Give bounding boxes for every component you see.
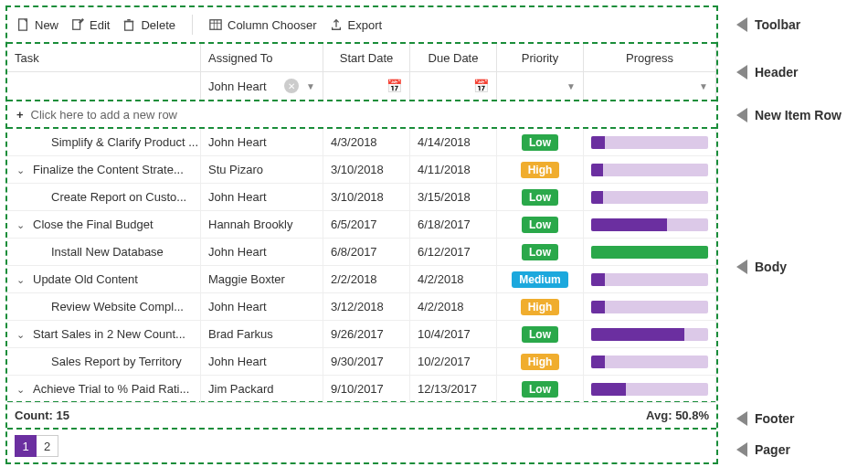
col-header-progress[interactable]: Progress bbox=[584, 44, 716, 71]
progress-bar bbox=[591, 164, 708, 176]
table-row[interactable]: ⌄Achieve Trial to % Paid Rati...Jim Pack… bbox=[7, 376, 716, 403]
cell-priority: Medium bbox=[497, 266, 584, 292]
expander-icon[interactable]: ⌄ bbox=[16, 273, 25, 285]
table-row[interactable]: Create Report on Custo...John Heart3/10/… bbox=[7, 184, 716, 211]
new-button[interactable]: New bbox=[16, 18, 58, 32]
label-header: Header bbox=[736, 44, 855, 101]
cell-due: 4/11/2018 bbox=[410, 156, 497, 183]
expander-icon[interactable]: ⌄ bbox=[16, 164, 25, 175]
cell-task: Simplify & Clarify Product ... bbox=[7, 129, 201, 155]
col-header-assigned[interactable]: Assigned To bbox=[201, 44, 323, 71]
task-text: Install New Database bbox=[51, 245, 164, 259]
table-row[interactable]: ⌄Update Old ContentMaggie Boxter2/2/2018… bbox=[7, 266, 716, 293]
delete-button[interactable]: Delete bbox=[122, 18, 175, 32]
page-button[interactable]: 1 bbox=[15, 435, 37, 457]
filter-task-input[interactable] bbox=[15, 80, 193, 93]
progress-bar bbox=[591, 383, 708, 396]
cell-task: Sales Report by Territory bbox=[7, 348, 201, 375]
expander-icon[interactable]: ⌄ bbox=[16, 218, 25, 230]
filter-start[interactable]: 📅 bbox=[323, 72, 410, 100]
cell-assigned: Jim Packard bbox=[201, 376, 323, 402]
cell-priority: Low bbox=[497, 211, 584, 238]
progress-fill bbox=[591, 328, 684, 341]
progress-fill bbox=[591, 246, 708, 259]
cell-task: Install New Database bbox=[7, 239, 201, 265]
calendar-icon[interactable]: 📅 bbox=[386, 79, 402, 93]
new-item-row[interactable]: + Click here to add a new row bbox=[7, 101, 716, 129]
cell-assigned: John Heart bbox=[201, 348, 323, 375]
export-icon bbox=[330, 18, 343, 31]
cell-priority: Low bbox=[497, 129, 584, 155]
table-row[interactable]: ⌄Finalize the Content Strate...Stu Pizar… bbox=[7, 156, 716, 184]
task-text: Close the Final Budget bbox=[33, 218, 153, 231]
toolbar-separator bbox=[192, 15, 193, 35]
svg-rect-3 bbox=[210, 20, 221, 30]
progress-bar bbox=[591, 218, 708, 231]
chevron-down-icon[interactable]: ▼ bbox=[306, 81, 315, 91]
cell-progress bbox=[584, 266, 716, 292]
clear-filter-icon[interactable]: ✕ bbox=[284, 79, 299, 93]
priority-badge: Low bbox=[522, 189, 558, 206]
cell-assigned: John Heart bbox=[201, 239, 323, 265]
priority-badge: High bbox=[521, 162, 560, 178]
cell-progress bbox=[584, 156, 716, 183]
col-header-task[interactable]: Task bbox=[7, 44, 201, 71]
table-row[interactable]: Simplify & Clarify Product ...John Heart… bbox=[7, 129, 716, 156]
label-toolbar: Toolbar bbox=[736, 5, 855, 44]
progress-fill bbox=[591, 164, 603, 176]
progress-fill bbox=[591, 191, 603, 204]
filter-due[interactable]: 📅 bbox=[410, 72, 497, 100]
edit-label: Edit bbox=[90, 18, 110, 32]
export-button[interactable]: Export bbox=[330, 18, 383, 32]
cell-task: Review Website Compl... bbox=[7, 293, 201, 320]
chevron-down-icon[interactable]: ▼ bbox=[699, 81, 708, 91]
table-row[interactable]: ⌄Start Sales in 2 New Count...Brad Farku… bbox=[7, 321, 716, 348]
table-row[interactable]: Review Website Compl...John Heart3/12/20… bbox=[7, 293, 716, 321]
table-row[interactable]: Sales Report by TerritoryJohn Heart9/30/… bbox=[7, 348, 716, 376]
task-text: Update Old Content bbox=[33, 272, 138, 286]
cell-progress bbox=[584, 348, 716, 375]
task-text: Achieve Trial to % Paid Rati... bbox=[33, 382, 189, 396]
cell-assigned: Hannah Brookly bbox=[201, 211, 323, 238]
page-button[interactable]: 2 bbox=[37, 435, 58, 457]
cell-priority: Low bbox=[497, 239, 584, 265]
cell-task: ⌄Achieve Trial to % Paid Rati... bbox=[7, 376, 201, 402]
col-header-due[interactable]: Due Date bbox=[410, 44, 497, 71]
priority-badge: Low bbox=[522, 381, 558, 398]
chevron-down-icon[interactable]: ▼ bbox=[566, 81, 576, 91]
progress-bar bbox=[591, 191, 708, 204]
filter-progress[interactable]: ▼ bbox=[584, 72, 716, 100]
calendar-icon[interactable]: 📅 bbox=[473, 79, 489, 93]
col-header-start[interactable]: Start Date bbox=[323, 44, 410, 71]
table-row[interactable]: Install New DatabaseJohn Heart6/8/20176/… bbox=[7, 239, 716, 266]
cell-progress bbox=[584, 239, 716, 265]
export-label: Export bbox=[348, 18, 383, 32]
column-chooser-label: Column Chooser bbox=[228, 18, 317, 32]
tree-list-grid: New Edit Delete Column Chooser Export bbox=[5, 5, 718, 464]
progress-fill bbox=[591, 136, 605, 149]
column-chooser-button[interactable]: Column Chooser bbox=[209, 18, 317, 32]
expander-icon[interactable]: ⌄ bbox=[16, 328, 25, 340]
cell-start: 9/26/2017 bbox=[323, 321, 410, 347]
task-text: Sales Report by Territory bbox=[51, 355, 182, 368]
col-header-priority[interactable]: Priority bbox=[497, 44, 584, 71]
cell-priority: Low bbox=[497, 321, 584, 347]
filter-assigned[interactable]: John Heart ✕ ▼ bbox=[201, 72, 323, 100]
progress-fill bbox=[591, 301, 605, 313]
label-newrow: New Item Row bbox=[736, 101, 855, 130]
edit-button[interactable]: Edit bbox=[71, 18, 110, 32]
cell-progress bbox=[584, 184, 716, 210]
table-row[interactable]: ⌄Close the Final BudgetHannah Brookly6/5… bbox=[7, 211, 716, 239]
cell-start: 9/10/2017 bbox=[323, 376, 410, 402]
column-chooser-icon bbox=[209, 18, 222, 31]
filter-priority[interactable]: ▼ bbox=[497, 72, 584, 100]
cell-due: 6/18/2017 bbox=[410, 211, 497, 238]
column-header-row: Task Assigned To Start Date Due Date Pri… bbox=[7, 44, 716, 71]
svg-rect-1 bbox=[73, 20, 80, 30]
filter-row: John Heart ✕ ▼ 📅 📅 ▼ ▼ bbox=[7, 71, 716, 100]
expander-icon[interactable]: ⌄ bbox=[16, 383, 25, 395]
task-text: Simplify & Clarify Product ... bbox=[51, 135, 198, 149]
progress-bar bbox=[591, 328, 708, 341]
filter-task[interactable] bbox=[7, 72, 201, 100]
cell-assigned: John Heart bbox=[201, 293, 323, 320]
